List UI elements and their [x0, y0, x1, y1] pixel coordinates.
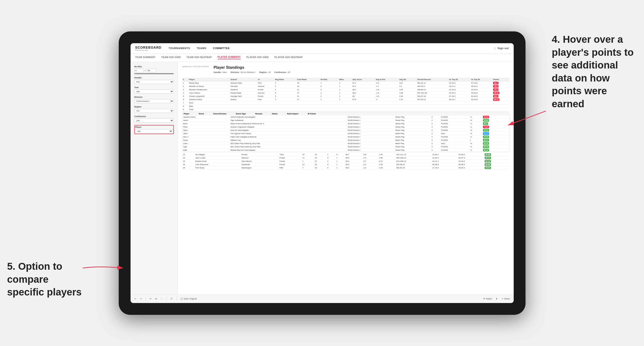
cell-rank: 5: [182, 94, 188, 98]
division-filter-label: Division:: [230, 71, 240, 73]
ev-type: Stroke Play: [394, 148, 431, 152]
ev-rank-impact: +0: [469, 145, 482, 148]
tab-team-h2h-grid[interactable]: TEAM H2H GRID: [161, 56, 181, 59]
ev-type: Stroke Play: [394, 135, 431, 138]
division-select[interactable]: NCAA Division I NCAA Division II: [134, 99, 174, 103]
ev-player: Jacob: [182, 119, 230, 122]
no-rds-min-input[interactable]: [134, 69, 144, 72]
ev-event: SEC Match Play hosted by Jerry Pate: [230, 142, 347, 145]
table-row: 6 Jackson Kolson Auburn First 2 27 1 1 6…: [182, 98, 510, 101]
table-row: 26 Petr Hruby Washington Fifth 7 23 0 1 …: [182, 166, 510, 169]
gender-select[interactable]: Men Women: [134, 80, 174, 84]
cell-rds: 1: [320, 81, 338, 85]
cell-avg-sg: 1.56: [378, 166, 395, 169]
tab-team-h2h-heatmap[interactable]: TEAM H2H HEATMAP: [186, 56, 212, 59]
view-original-button[interactable]: 📋 View: Original: [180, 298, 197, 300]
cell-points[interactable]: 98.2: [492, 81, 509, 85]
more-button[interactable]: ⋯: [160, 298, 163, 300]
cell-adj-score: 69.4: [344, 160, 362, 163]
nav-teams[interactable]: TEAMS: [196, 47, 206, 50]
lower-standings-table: 22 Ian Gilligan Florida Third 10 24 1 0 …: [182, 153, 510, 170]
ev-player: Stave: [182, 129, 230, 132]
tab-team-summary[interactable]: TEAM SUMMARY: [135, 56, 156, 59]
cell-reg-rank: 11: [301, 156, 314, 160]
ev-event: The Cypress Point Classic: [230, 132, 347, 135]
cell-vs25: 28-12-7: [448, 98, 470, 101]
cell-points[interactable]: 58.18: [492, 98, 509, 101]
col-yr: Yr: [257, 78, 274, 81]
cell-points[interactable]: 60.95: [484, 163, 509, 166]
cell-school: New Mexico: [240, 160, 278, 163]
range-separator: –: [145, 69, 146, 72]
cell-points[interactable]: 60.27: [484, 156, 509, 160]
cell-conf-rank: 27: [296, 91, 320, 94]
ev-rank-impact: +1: [469, 135, 482, 138]
no-rds-max-input[interactable]: [147, 69, 156, 72]
cell-record: 562-62-23: [396, 166, 432, 169]
cell-points[interactable]: 70.2: [492, 88, 509, 91]
ev-division: NCAA Division I: [347, 135, 394, 138]
conference-select[interactable]: (All): [134, 119, 174, 123]
year-select[interactable]: (All): [134, 90, 174, 94]
watch-button[interactable]: 👁 Watch: [483, 298, 492, 300]
ev-division: NCAA Division I: [347, 138, 394, 142]
download-button[interactable]: ⬇: [496, 298, 498, 300]
cell-player-short: Mats: [188, 104, 509, 108]
cell-points[interactable]: 58.49: [484, 166, 509, 169]
player-select[interactable]: (All): [135, 129, 173, 133]
ev-w-points: 42.64: [482, 116, 509, 119]
col-adj-score: Adj. Score: [352, 78, 374, 81]
cell-conf-rank: 24: [314, 156, 326, 160]
timer-button[interactable]: ⏱: [170, 298, 173, 300]
cell-record: 381-61-11: [416, 81, 448, 85]
cell-reg-rank: 5: [274, 91, 296, 94]
expanded-event-row: Phich Southern Highlands Collegiate NCAA…: [182, 125, 509, 129]
standings-table: # Player School Yr Reg Rank Conf Rank No…: [182, 78, 510, 111]
cell-points[interactable]: 60.58: [484, 153, 509, 156]
cell-conf-rank: 23: [314, 166, 326, 169]
cell-avg-sg: 2.09: [398, 88, 416, 91]
cell-adj-score: 67.5: [352, 98, 374, 101]
annotation-5: 5. Option to compare specific players: [7, 260, 88, 299]
tab-player-summary[interactable]: PLAYER SUMMARY: [218, 56, 241, 59]
top-nav: SCOREBOARD Powered by clipp TOURNAMENTS …: [130, 43, 514, 54]
cell-points[interactable]: 68.34: [492, 91, 509, 94]
ev-rank-impact: +1: [469, 125, 482, 129]
redo-button[interactable]: ↪: [140, 298, 142, 300]
gender-label: Gender: [134, 77, 174, 79]
cell-points[interactable]: 60.9: [492, 94, 509, 98]
tab-player-h2h-grid[interactable]: PLAYER H2H GRID: [246, 56, 269, 59]
cell-adj-score: 69.9: [344, 163, 362, 166]
cell-conf-rank: 24: [314, 163, 326, 166]
cell-conf-rank: 21: [296, 88, 320, 91]
cell-vs50: 50-16-8: [470, 98, 492, 101]
cell-vs25: 27-10-2: [448, 94, 470, 98]
no-rds-slider[interactable]: [134, 73, 174, 74]
undo-button[interactable]: ↩: [134, 298, 136, 300]
sign-out-button[interactable]: Sign out: [498, 47, 509, 50]
refresh-button[interactable]: ⟳: [150, 298, 152, 300]
share-button[interactable]: ↗ Share: [502, 298, 510, 300]
cell-to-par: -1.6: [362, 166, 378, 169]
cell-points[interactable]: 60.02: [484, 160, 509, 163]
cell-avg-sg: 1.43: [378, 153, 395, 156]
nav-tournaments[interactable]: TOURNAMENTS: [169, 47, 190, 50]
cell-school: Georgia Tech: [230, 94, 257, 98]
cell-rds: 0: [320, 88, 338, 91]
cell-record: 616-168-12: [396, 160, 432, 163]
copy-button[interactable]: ⧉: [156, 298, 157, 300]
ev-rounds: 3: [431, 132, 440, 135]
col-conf-rank: Conf Rank: [296, 78, 320, 81]
cell-rank: 23: [182, 156, 195, 160]
expanded-event-row: Mattl Mirabel Maui Jim Intercollegiate N…: [182, 148, 509, 152]
cell-adj-score: 68.7: [344, 153, 362, 156]
ev-w-points: 73.23: [482, 125, 509, 129]
region-select[interactable]: N/A All: [134, 109, 174, 113]
col-rds: No Rds.: [320, 78, 338, 81]
cell-avg-sg: 3.1: [398, 85, 416, 88]
tab-player-h2h-heatmap[interactable]: PLAYER H2H HEATMAP: [274, 56, 302, 59]
nav-committee[interactable]: COMMITTEE: [213, 47, 230, 50]
ev-event: Tiger Invitational: [230, 119, 347, 122]
cell-points[interactable]: 76.2: [492, 85, 509, 88]
ev-w-points: 53.60: [482, 119, 509, 122]
